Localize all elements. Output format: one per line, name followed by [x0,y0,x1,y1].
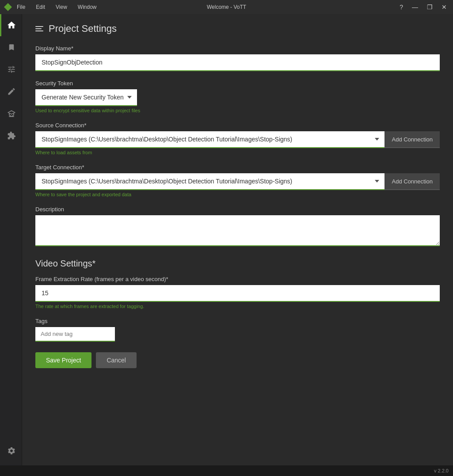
source-connection-row: StopSignImages (C:\Users\brachtma\Deskto… [35,131,440,148]
settings-lines-icon [35,26,43,31]
sidebar-item-home[interactable] [0,14,22,36]
display-name-input[interactable] [35,54,440,71]
description-input[interactable] [35,215,440,246]
page-title: Project Settings [49,23,117,34]
source-connection-hint: Where to load assets from [35,150,440,155]
train-icon [7,109,16,118]
target-connection-select[interactable]: StopSignImages (C:\Users\brachtma\Deskto… [35,173,384,190]
app-body: Project Settings Display Name* Security … [0,14,453,465]
menu-file[interactable]: File [15,3,27,11]
target-connection-group: Target Connection* StopSignImages (C:\Us… [35,164,440,197]
main-content: Project Settings Display Name* Security … [22,14,453,465]
svg-marker-0 [4,3,12,11]
frame-rate-input[interactable] [35,285,440,302]
target-connection-row: StopSignImages (C:\Users\brachtma\Deskto… [35,173,440,190]
action-buttons: Save Project Cancel [35,352,440,368]
tags-input[interactable] [35,327,115,342]
bookmark-icon [8,42,15,52]
display-name-group: Display Name* [35,45,440,71]
menu-window[interactable]: Window [76,3,99,11]
security-token-select[interactable]: Generate New Security Token [35,89,137,106]
settings-icon [7,446,16,455]
save-project-button[interactable]: Save Project [35,352,91,368]
app-logo [4,3,12,11]
cancel-button[interactable]: Cancel [96,352,137,368]
target-connection-hint: Where to save the project and exported d… [35,192,440,197]
title-bar: File Edit View Window Welcome - VoTT ? —… [0,0,453,14]
maximize-button[interactable]: ❐ [424,4,435,11]
target-add-connection-button[interactable]: Add Connection [384,173,440,190]
plugin-icon [7,131,16,140]
edit-icon [7,87,16,96]
sidebar-item-edit[interactable] [0,80,22,103]
tags-group: Tags [35,318,440,342]
minimize-button[interactable]: — [409,4,421,11]
sidebar-item-plugin[interactable] [0,125,22,147]
security-token-label: Security Token [35,80,440,87]
tags-label: Tags [35,318,440,324]
home-icon [7,20,16,30]
sliders-icon [7,65,16,74]
target-connection-label: Target Connection* [35,164,440,171]
frame-rate-group: Frame Extraction Rate (frames per a vide… [35,276,440,309]
status-bar: v 2.2.0 [0,465,453,476]
window-controls: ? — ❐ ✕ [397,4,449,11]
frame-rate-label: Frame Extraction Rate (frames per a vide… [35,276,440,282]
security-token-group: Security Token Generate New Security Tok… [35,80,440,113]
page-title-row: Project Settings [35,23,440,34]
sidebar-item-sliders[interactable] [0,58,22,80]
display-name-label: Display Name* [35,45,440,52]
version-label: v 2.2.0 [434,468,449,473]
source-connection-group: Source Connection* StopSignImages (C:\Us… [35,122,440,155]
description-label: Description [35,206,440,213]
help-button[interactable]: ? [397,4,406,11]
sidebar [0,14,22,465]
frame-rate-hint: The rate at which frames are extracted f… [35,304,440,309]
menu-edit[interactable]: Edit [34,3,47,11]
source-connection-select[interactable]: StopSignImages (C:\Users\brachtma\Deskto… [35,131,384,148]
close-button[interactable]: ✕ [439,4,449,11]
menu-bar: File Edit View Window [15,3,99,11]
menu-view[interactable]: View [54,3,69,11]
security-token-hint: Used to encrypt sensitive data within pr… [35,108,440,113]
description-group: Description [35,206,440,248]
window-title: Welcome - VoTT [207,4,246,10]
sidebar-item-bookmark[interactable] [0,36,22,58]
video-settings-title: Video Settings* [35,259,440,269]
sidebar-item-train[interactable] [0,103,22,125]
sidebar-item-settings[interactable] [0,440,22,462]
source-connection-label: Source Connection* [35,122,440,129]
source-add-connection-button[interactable]: Add Connection [384,131,440,148]
